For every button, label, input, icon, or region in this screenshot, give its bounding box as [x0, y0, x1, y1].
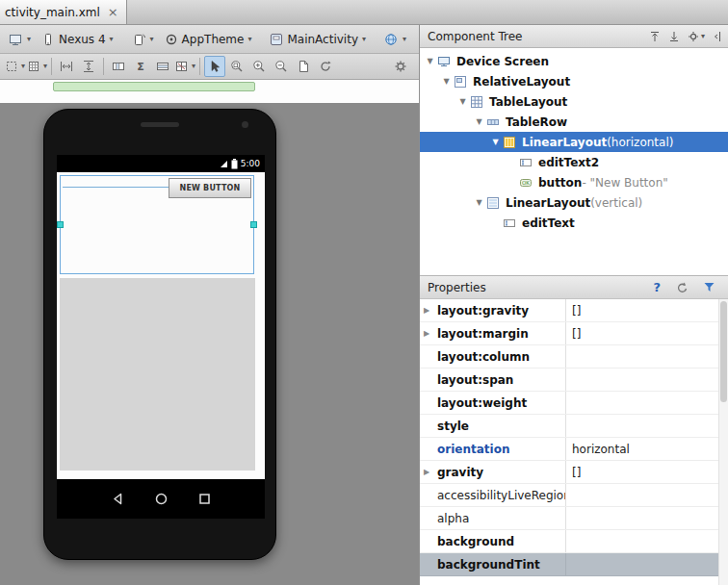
scroll-to-top-button[interactable] — [648, 30, 662, 43]
property-value[interactable]: [] — [566, 299, 728, 321]
zoom-in-button[interactable] — [248, 56, 270, 77]
tree-item-linearlayout-vertical[interactable]: ▼ LinearLayout (vertical) — [420, 192, 728, 213]
fill-width-button[interactable] — [56, 56, 77, 77]
orientation-button[interactable]: ▾ — [127, 28, 158, 51]
property-row[interactable]: accessibilityLiveRegion — [420, 484, 728, 507]
close-icon[interactable]: × — [108, 6, 118, 18]
chevron-right-icon[interactable]: ▶ — [424, 469, 429, 476]
tree-item-tablelayout[interactable]: ▼ TableLayout — [420, 91, 728, 112]
device-config-button[interactable]: ▾ — [4, 28, 35, 51]
vertical-linearlayout-preview[interactable] — [60, 278, 255, 471]
property-name: orientation — [420, 438, 566, 460]
add-row-button[interactable] — [152, 56, 173, 77]
property-row[interactable]: ▶layout:gravity [] — [420, 299, 728, 322]
svg-text:OK: OK — [522, 180, 530, 186]
zoom-fit-button[interactable] — [226, 56, 247, 77]
property-row[interactable]: style — [420, 415, 728, 438]
property-value[interactable] — [566, 484, 728, 506]
add-column-button[interactable] — [108, 56, 129, 77]
property-row-orientation[interactable]: orientation horizontal — [420, 438, 728, 461]
table-sum-button[interactable]: Σ — [130, 56, 151, 77]
zoom-out-button[interactable] — [271, 56, 292, 77]
scroll-to-bottom-button[interactable] — [667, 30, 681, 43]
render-options-button[interactable]: ▾ — [4, 56, 25, 77]
scrollbar-thumb[interactable] — [720, 301, 727, 402]
tree-item-tablerow[interactable]: ▼ TableRow — [420, 112, 728, 132]
property-row[interactable]: layout:span — [420, 369, 728, 392]
property-name: layout:weight — [420, 392, 566, 414]
hide-panel-button[interactable] — [711, 30, 722, 43]
chevron-down-icon[interactable]: ▼ — [489, 139, 502, 146]
tree-item-linearlayout-horizontal[interactable]: ▼ LinearLayout (horizontal) — [420, 132, 728, 152]
property-row[interactable]: layout:column — [420, 345, 728, 369]
tree-item-edittext[interactable]: editText — [420, 213, 728, 233]
device-selector[interactable]: Nexus 4 ▾ — [37, 28, 117, 51]
property-value[interactable]: [] — [566, 461, 728, 483]
properties-title: Properties — [428, 281, 486, 294]
property-row[interactable]: layout:weight — [420, 392, 728, 415]
selected-linearlayout-outline[interactable]: NEW BUTTON — [60, 175, 254, 274]
activity-selector[interactable]: MainActivity ▾ — [265, 28, 370, 51]
design-surface[interactable]: 5:00 NEW BUTTON — [0, 103, 419, 585]
panel-settings-button[interactable]: ▾ — [687, 30, 705, 43]
chevron-down-icon[interactable]: ▼ — [424, 58, 436, 65]
android-studio-layout-editor: ctivity_main.xml × ▾ Nexus 4 ▾ ▾ AppThem… — [0, 0, 728, 585]
property-row-backgroundtint[interactable]: backgroundTint — [420, 553, 728, 576]
tree-item-device-screen[interactable]: ▼ Device Screen — [420, 51, 728, 71]
device-screen-preview[interactable]: 5:00 NEW BUTTON — [57, 155, 265, 519]
tree-item-edittext2[interactable]: editText2 — [420, 152, 728, 172]
resize-handle-left[interactable] — [57, 221, 64, 228]
chevron-down-icon[interactable]: ▼ — [473, 118, 485, 126]
status-bar: 5:00 — [57, 155, 265, 172]
resize-handle-right[interactable] — [250, 221, 257, 228]
tab-label: ctivity_main.xml — [5, 6, 100, 19]
fill-height-button[interactable] — [78, 56, 99, 77]
property-value[interactable] — [566, 530, 728, 552]
property-row[interactable]: alpha — [420, 507, 728, 530]
property-value[interactable] — [566, 553, 728, 575]
component-tree-title: Component Tree — [428, 30, 522, 43]
snap-options-button[interactable]: ▾ — [26, 56, 47, 77]
filter-icon[interactable] — [702, 280, 716, 294]
property-value[interactable] — [566, 369, 728, 391]
tree-item-suffix: - "New Button" — [582, 176, 667, 190]
chevron-down-icon[interactable]: ▼ — [440, 78, 453, 86]
table-add-row-icon — [155, 59, 170, 74]
chevron-down-icon[interactable]: ▼ — [456, 98, 469, 106]
chevron-down-icon[interactable]: ▼ — [473, 199, 485, 207]
reset-icon[interactable] — [674, 280, 689, 294]
property-row[interactable]: background — [420, 530, 728, 553]
tree-item-button[interactable]: OK button - "New Button" — [420, 172, 728, 192]
tab-activity-main-xml[interactable]: ctivity_main.xml × — [0, 0, 127, 24]
locale-button[interactable]: ▾ — [379, 28, 410, 51]
property-row[interactable]: ▶layout:margin [] — [420, 322, 728, 345]
tree-item-relativelayout[interactable]: ▼ RelativeLayout — [420, 71, 728, 91]
table-add-column-icon — [111, 59, 126, 74]
tree-item-label: TableLayout — [489, 95, 567, 109]
property-value[interactable]: horizontal — [566, 438, 728, 460]
tree-item-label: Device Screen — [456, 55, 549, 68]
device-selector-label: Nexus 4 — [59, 33, 106, 46]
selection-tool-button[interactable] — [204, 56, 225, 77]
property-value[interactable] — [566, 415, 728, 437]
scrollbar[interactable] — [718, 299, 728, 585]
layout-preview-content[interactable]: NEW BUTTON — [57, 172, 265, 479]
grid-snap-icon — [26, 59, 41, 74]
chevron-right-icon[interactable]: ▶ — [424, 307, 429, 315]
designer-toolbar: ▾ Nexus 4 ▾ ▾ AppTheme ▾ MainActivity ▾ … — [0, 25, 419, 54]
properties-table: ▶layout:gravity [] ▶layout:margin [] lay… — [420, 299, 728, 585]
edittext-preview[interactable] — [63, 187, 169, 188]
refresh-button[interactable] — [315, 56, 336, 77]
property-value[interactable]: [] — [566, 322, 728, 344]
theme-selector[interactable]: AppTheme ▾ — [160, 28, 256, 51]
property-value[interactable] — [566, 392, 728, 414]
chevron-right-icon[interactable]: ▶ — [424, 330, 429, 338]
table-options-button[interactable]: ▾ — [174, 56, 195, 77]
help-icon[interactable]: ? — [653, 281, 661, 293]
export-image-button[interactable] — [293, 56, 314, 77]
new-button-preview[interactable]: NEW BUTTON — [169, 178, 251, 198]
property-row[interactable]: ▶gravity [] — [420, 461, 728, 484]
property-value[interactable] — [566, 507, 728, 529]
property-value[interactable] — [566, 345, 728, 368]
designer-settings-button[interactable] — [390, 56, 411, 77]
